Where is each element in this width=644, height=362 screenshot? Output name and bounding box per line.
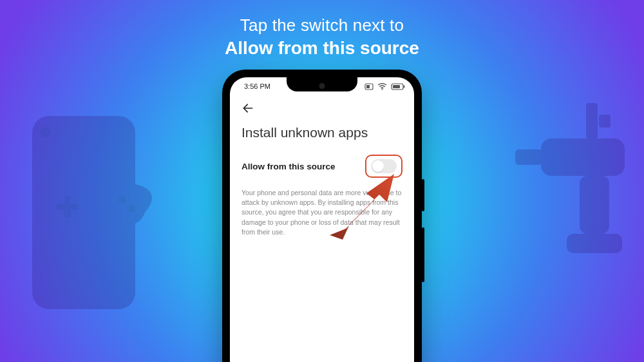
svg-point-14	[381, 88, 383, 90]
svg-rect-7	[599, 115, 611, 128]
sim-icon	[365, 83, 374, 90]
svg-rect-13	[366, 85, 370, 88]
svg-rect-8	[541, 138, 625, 176]
svg-rect-11	[567, 234, 622, 253]
allow-source-row: Allow from this source	[230, 147, 414, 183]
wifi-icon	[377, 83, 387, 90]
status-icons	[365, 83, 405, 90]
allow-source-switch-wrap	[365, 155, 402, 178]
svg-rect-3	[57, 204, 79, 210]
svg-point-4	[118, 196, 126, 204]
svg-rect-17	[393, 85, 400, 88]
svg-point-1	[40, 127, 50, 137]
headline-line1: Tap the switch next to	[0, 15, 644, 35]
allow-source-description: Your phone and personal data are more vu…	[230, 183, 414, 242]
power-button	[422, 227, 424, 282]
switch-knob	[372, 160, 384, 172]
allow-source-switch[interactable]	[371, 159, 397, 173]
battery-icon	[391, 83, 405, 90]
drill-silhouette-icon	[509, 77, 644, 322]
top-bar	[230, 95, 414, 120]
svg-rect-10	[580, 176, 609, 234]
phone-screen: 3:56 PM Install unknown apps Allow from …	[230, 77, 414, 362]
phone-frame: 3:56 PM Install unknown apps Allow from …	[222, 70, 422, 362]
svg-rect-16	[404, 85, 405, 88]
back-button[interactable]	[239, 99, 257, 117]
headline-line2: Allow from this source	[0, 38, 644, 59]
page-title: Install unknown apps	[230, 120, 414, 147]
headline: Tap the switch next to Allow from this s…	[0, 15, 644, 59]
gamepad-silhouette-icon	[6, 90, 174, 335]
svg-rect-9	[515, 149, 542, 165]
tutorial-slide: Tap the switch next to Allow from this s…	[0, 0, 644, 362]
display-notch	[287, 77, 357, 91]
allow-source-label: Allow from this source	[242, 162, 336, 171]
arrow-left-icon	[242, 102, 254, 115]
volume-button	[422, 179, 424, 211]
svg-rect-6	[586, 103, 598, 138]
status-time: 3:56 PM	[244, 82, 270, 90]
svg-point-5	[128, 205, 135, 213]
